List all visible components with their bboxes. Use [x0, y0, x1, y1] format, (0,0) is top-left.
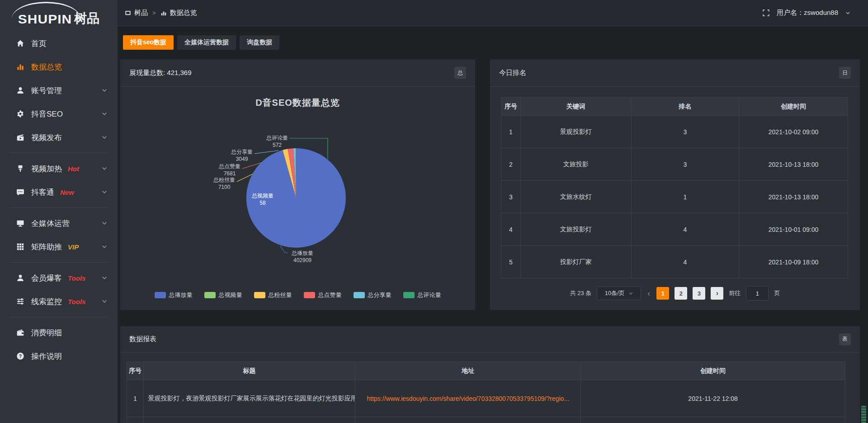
chart-legend: 总播放量总视频量总粉丝量总点赞量总分享量总评论量 [120, 291, 475, 299]
legend-item-3[interactable]: 总点赞量 [304, 291, 342, 299]
page-button-3[interactable]: 3 [693, 287, 705, 300]
pie-label-comments: 总评论量572 [257, 134, 297, 149]
sidebar-item-data-overview[interactable]: 数据总览 [0, 55, 118, 79]
logo-text-en: SHUPIN [18, 12, 72, 26]
legend-item-0[interactable]: 总播放量 [155, 291, 193, 299]
table-header-row: 序号标题地址创建时间 [127, 362, 845, 380]
pie-label-shares: 总分享量3049 [222, 148, 262, 163]
table-cell: 景观投影灯，夜游景观投影灯厂家展示展示落花灯在花园里的灯光投影应用效果 # [143, 380, 355, 417]
tab-media-ops-data[interactable]: 全媒体运营数据 [177, 35, 236, 50]
prev-page-button[interactable]: ‹ [647, 289, 650, 297]
column-header: 创建时间 [581, 362, 845, 380]
home-icon [16, 39, 24, 47]
table-cell: 1 [631, 181, 739, 213]
sidebar-item-member-baoke[interactable]: 会员爆客Tools [0, 266, 118, 290]
legend-swatch [304, 292, 315, 298]
page-button-2[interactable]: 2 [675, 287, 687, 300]
table-cell: 景观投影灯 [520, 116, 631, 148]
legend-item-2[interactable]: 总粉丝量 [254, 291, 292, 299]
pagination: 共 23 条10条/页‹123›前往页 [501, 286, 849, 301]
ranking-title: 今日排名 [499, 69, 526, 77]
sidebar-item-consume-detail[interactable]: 消费明细 [0, 321, 118, 344]
sidebar-item-douketong[interactable]: 抖客通New [0, 180, 118, 204]
grid-icon [16, 243, 24, 251]
tab-douyin-seo-data[interactable]: 抖音seo数据 [123, 35, 174, 50]
ranking-table: 序号关键词排名创建时间1景观投影灯32021-10-02 09:002文旅投影3… [501, 97, 848, 278]
legend-label: 总视频量 [219, 291, 242, 299]
report-link[interactable]: https://www.iesdouyin.com/share/video/70… [355, 380, 581, 417]
tab-inquiry-data[interactable]: 询盘数据 [240, 35, 279, 50]
sidebar-item-clue-monitor[interactable]: 线索监控Tools [0, 290, 118, 313]
fullscreen-icon[interactable] [762, 9, 770, 17]
legend-item-1[interactable]: 总视频量 [204, 291, 242, 299]
table-cell: 2021-10-09 18:00 [739, 246, 848, 278]
chevron-down-icon [101, 298, 108, 305]
bar-chart-icon [16, 63, 24, 71]
table-row: 4文旅投影灯42021-10-01 09:00 [501, 213, 848, 246]
next-page-button[interactable]: › [711, 287, 723, 300]
legend-swatch [155, 292, 166, 298]
table-cell [355, 417, 581, 423]
sidebar-item-help[interactable]: ?操作说明 [0, 344, 118, 368]
legend-swatch [354, 292, 365, 298]
table-cell: 5 [501, 246, 521, 278]
breadcrumb-current[interactable]: 数据总览 [170, 9, 197, 17]
legend-item-4[interactable]: 总分享量 [354, 291, 392, 299]
logo: SHUPIN 树品 [0, 0, 118, 31]
table-cell: 文旅投影灯 [520, 213, 631, 246]
page-size-select[interactable]: 10条/页 [597, 287, 641, 300]
username[interactable]: 用户名：zswodun88 [777, 9, 838, 17]
table-cell: 2021-10-13 18:00 [739, 181, 848, 213]
topbar-right: 用户名：zswodun88 [762, 9, 851, 17]
chevron-down-icon [101, 220, 108, 226]
column-header: 序号 [501, 98, 521, 116]
chevron-down-icon[interactable] [845, 10, 851, 16]
pie-chart [120, 87, 475, 310]
today-ranking-panel: 今日排名 日 序号关键词排名创建时间1景观投影灯32021-10-02 09:0… [490, 59, 860, 310]
table-cell [581, 417, 845, 423]
total-toggle-button[interactable]: 总 [454, 67, 466, 79]
sidebar-item-matrix-boost[interactable]: 矩阵助推VIP [0, 235, 118, 258]
data-report-panel: 数据报表 表 序号标题地址创建时间1景观投影灯，夜游景观投影灯厂家展示展示落花灯… [120, 326, 860, 423]
svg-text:?: ? [19, 353, 22, 359]
table-cell [143, 417, 355, 423]
floating-widget[interactable] [861, 406, 866, 423]
chart-panel-header: 展现量总数: 421,369 总 [120, 59, 475, 87]
legend-item-5[interactable]: 总评论量 [403, 291, 441, 299]
table-cell: 2 [501, 148, 521, 181]
sidebar-item-badge: Tools [68, 274, 85, 282]
topbar: 树品 > 数据总览 用户名：zswodun88 [118, 0, 868, 26]
column-header: 地址 [355, 362, 581, 380]
sidebar-item-video-publish[interactable]: 视频发布 [0, 126, 118, 149]
sidebar-item-video-heat[interactable]: 视频加热Hot [0, 157, 118, 180]
page-size-value: 10条/页 [605, 289, 625, 297]
breadcrumb-root[interactable]: 树品 [134, 9, 148, 17]
heat-icon [16, 164, 24, 173]
sidebar-item-label: 矩阵助推 [31, 242, 62, 252]
table-cell: 2021-11-22 12:08 [581, 380, 845, 417]
wallet-icon [16, 329, 24, 337]
sidebar: SHUPIN 树品 首页数据总览账号管理抖音SEO视频发布视频加热Hot抖客通N… [0, 0, 118, 423]
table-cell: 4 [501, 213, 521, 246]
sidebar-item-label: 会员爆客 [31, 273, 62, 283]
sidebar-item-account-manage[interactable]: 账号管理 [0, 79, 118, 102]
table-cell: 1 [127, 380, 144, 417]
gear-icon [16, 110, 24, 118]
column-header: 标题 [143, 362, 355, 380]
table-toggle-button[interactable]: 表 [839, 334, 851, 345]
sidebar-item-badge: VIP [68, 243, 79, 251]
sidebar-item-badge: Hot [68, 165, 79, 173]
data-tabs: 抖音seo数据全媒体运营数据询盘数据 [123, 35, 279, 50]
sidebar-item-home[interactable]: 首页 [0, 32, 118, 55]
goto-page-input[interactable] [746, 286, 769, 301]
column-header: 关键词 [520, 98, 631, 116]
sidebar-divider [8, 153, 109, 153]
table-cell: 投影灯厂家 [520, 246, 631, 278]
breadcrumb: 树品 > 数据总览 [125, 9, 197, 17]
sidebar-item-media-ops[interactable]: 全媒体运营 [0, 212, 118, 235]
page-button-1[interactable]: 1 [656, 287, 669, 300]
report-title: 数据报表 [129, 335, 156, 343]
chevron-down-icon [101, 275, 108, 281]
sidebar-item-douyin-seo[interactable]: 抖音SEO [0, 102, 118, 126]
day-toggle-button[interactable]: 日 [839, 67, 851, 79]
